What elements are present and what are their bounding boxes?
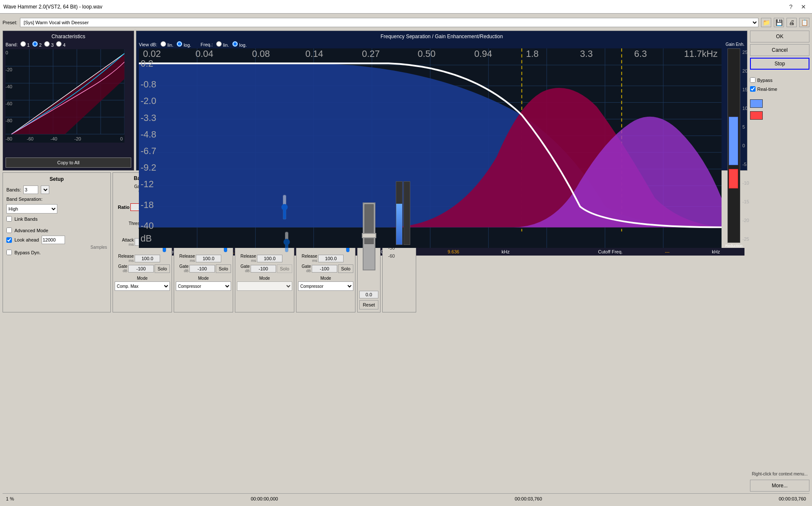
samples-row: Samples <box>6 245 107 250</box>
band2-release-input[interactable] <box>196 255 221 262</box>
band2-solo-button[interactable]: Solo <box>216 264 231 273</box>
band3-gate-row: Gate dB Solo <box>237 264 292 273</box>
band1-gate-input[interactable] <box>128 265 154 273</box>
band4-mode-select[interactable]: Compressor Comp. Max <box>298 281 353 291</box>
look-ahead-input[interactable] <box>42 236 65 244</box>
band4-gate-labels: Gate dB <box>298 264 311 273</box>
svg-text:-80: -80 <box>6 136 12 141</box>
band-1-radio[interactable] <box>20 41 26 47</box>
band3-attack-slider[interactable] <box>283 231 290 253</box>
freq-lin-radio[interactable] <box>216 41 222 47</box>
band-2-label: 2 <box>32 41 42 48</box>
band3-ratio-slider[interactable] <box>281 194 288 220</box>
main-container: Preset: [Sys] Warm Vocal with Deesser 📁 … <box>0 14 812 506</box>
band2-mode-label: Mode <box>176 276 231 281</box>
band3-release-labels: Release ms <box>237 254 256 263</box>
band3-gate-input[interactable] <box>251 265 276 273</box>
view-lin-radio[interactable] <box>161 41 166 47</box>
preset-paste-button[interactable]: 📋 <box>799 18 809 27</box>
freq-log-radio[interactable] <box>232 41 238 47</box>
status-bar: 1 % 00:00:00,000 00:00:03,760 00:00:03,7… <box>3 493 809 503</box>
band1-solo-button[interactable]: Solo <box>155 264 170 273</box>
band-3-radio[interactable] <box>44 41 50 47</box>
view-log-label: log. <box>177 41 191 48</box>
band3-solo-button[interactable]: Solo <box>277 264 292 273</box>
svg-text:-6.7: -6.7 <box>141 146 156 156</box>
bands-label: Bands: <box>6 187 21 192</box>
band1-mode-select[interactable]: Comp. Max Compressor <box>115 281 170 291</box>
svg-text:0: 0 <box>6 50 8 55</box>
band4-gate-input[interactable] <box>312 265 337 273</box>
preset-save-button[interactable]: 💾 <box>774 18 784 27</box>
band-4-radio[interactable] <box>56 41 62 47</box>
in-meter-bar <box>396 181 403 245</box>
realtime-checkbox[interactable] <box>750 86 756 92</box>
cancel-button[interactable]: Cancel <box>750 44 809 56</box>
preset-select[interactable]: [Sys] Warm Vocal with Deesser <box>20 18 758 27</box>
band1-release-input[interactable] <box>135 255 160 262</box>
svg-text:-80: -80 <box>6 118 12 123</box>
band2-mode-select[interactable]: Compressor Comp. Max <box>176 281 231 291</box>
link-bands-label: Link Bands <box>14 216 37 222</box>
svg-text:0.94: 0.94 <box>474 48 492 59</box>
band4-release-input[interactable] <box>318 255 344 262</box>
band-1-label: 1 <box>20 41 30 48</box>
band4-solo-button[interactable]: Solo <box>338 264 353 273</box>
svg-text:6.3: 6.3 <box>634 48 647 59</box>
reset-button[interactable]: Reset <box>359 300 378 309</box>
look-ahead-row: Look ahead <box>6 236 107 244</box>
preset-folder-button[interactable]: 📁 <box>761 18 771 27</box>
right-click-hint: Right-click for context menu... <box>750 470 809 478</box>
bypass-checkbox[interactable] <box>750 77 756 83</box>
left-panel: Characteristics Band: 1 2 3 4 <box>3 31 747 492</box>
help-button[interactable]: ? <box>787 3 795 11</box>
svg-text:0.14: 0.14 <box>305 48 323 59</box>
out-all-value-input[interactable] <box>359 291 378 298</box>
view-lin-label: lin. <box>161 41 173 48</box>
copy-to-all-button[interactable]: Copy to All <box>6 157 131 168</box>
frequency-controls: View dB: lin. log. Freq.: lin. log. Gain… <box>139 41 744 48</box>
link-bands-checkbox[interactable] <box>6 216 12 222</box>
freq-log-label: log. <box>232 41 247 48</box>
svg-text:-40: -40 <box>6 84 12 89</box>
look-ahead-checkbox[interactable] <box>6 237 12 243</box>
band3-release-input[interactable] <box>257 255 282 262</box>
characteristics-panel: Characteristics Band: 1 2 3 4 <box>3 31 134 171</box>
freq-label: Freq.: <box>200 42 213 47</box>
band2-gate-input[interactable] <box>189 265 215 273</box>
band2-gate-row: Gate dB Solo <box>176 264 231 273</box>
band3-mode-select[interactable]: Compressor <box>237 281 292 291</box>
band3-gate-labels: Gate dB <box>237 264 250 273</box>
band1-gate-row: Gate dB Solo <box>115 264 170 273</box>
band-sep-select[interactable]: High Medium Low <box>6 204 57 214</box>
stop-button[interactable]: Stop <box>750 58 809 70</box>
bands-dropdown[interactable]: ▼ <box>41 186 49 194</box>
preset-copy-button[interactable]: 🖨 <box>787 18 797 27</box>
svg-text:0: 0 <box>120 136 123 141</box>
band4-release-labels: Release ms <box>298 254 317 263</box>
band-selector: Band: 1 2 3 4 <box>6 41 131 48</box>
band-sep-label-row: Band Separation: <box>6 197 107 202</box>
bypass-dyn-checkbox[interactable] <box>6 250 12 255</box>
svg-text:-40: -40 <box>141 220 154 231</box>
frequency-panel: Frequency Separation / Gain Enhancement/… <box>136 31 747 171</box>
bands-input[interactable] <box>23 186 38 194</box>
svg-text:-9.2: -9.2 <box>141 162 156 173</box>
out-all-slider-thumb[interactable] <box>362 233 376 238</box>
band3-release-row: Release ms <box>237 254 292 263</box>
band-4-label: 4 <box>56 41 65 48</box>
svg-text:-12: -12 <box>141 179 154 189</box>
svg-text:-18: -18 <box>141 200 154 210</box>
band4-release-row: Release ms <box>298 254 353 263</box>
advanced-mode-checkbox[interactable] <box>6 228 12 233</box>
band-2-radio[interactable] <box>32 41 38 47</box>
svg-text:-20: -20 <box>74 136 81 141</box>
band1-release-labels: Release ms <box>115 254 134 263</box>
ok-button[interactable]: OK <box>750 31 809 42</box>
svg-text:0.2: 0.2 <box>141 58 153 69</box>
close-button[interactable]: ✕ <box>798 3 809 11</box>
more-button[interactable]: More... <box>750 480 809 492</box>
view-log-radio[interactable] <box>177 41 182 47</box>
svg-text:-60: -60 <box>6 101 12 106</box>
right-sidebar: OK Cancel Stop Bypass Real-time Right-cl… <box>750 31 809 492</box>
